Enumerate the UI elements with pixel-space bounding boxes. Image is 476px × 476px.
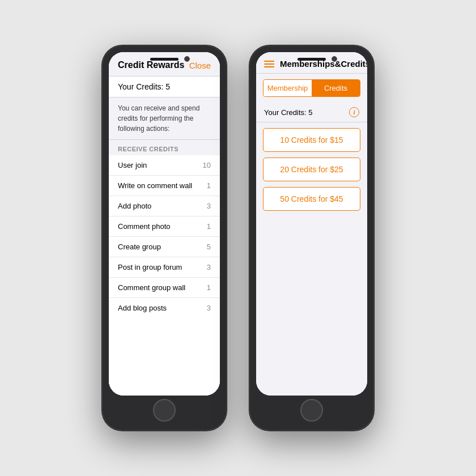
scene: Credit Rewards Close Your Credits: 5 You… <box>102 45 374 431</box>
hamburger-line-3 <box>264 66 274 67</box>
list-item: Add photo 3 <box>109 196 220 216</box>
purchase-list: 10 Credits for $1520 Credits for $2550 C… <box>256 122 367 216</box>
credits-list: User join 10 Write on comment wall 1 Add… <box>109 155 220 396</box>
hamburger-line-2 <box>264 63 274 65</box>
close-button[interactable]: Close <box>189 61 211 70</box>
list-item-label: Post in group forum <box>118 263 182 271</box>
list-item-label: Comment photo <box>118 222 171 231</box>
hamburger-menu[interactable] <box>264 61 274 67</box>
home-button-2[interactable] <box>300 399 323 422</box>
list-item-value: 3 <box>207 202 211 210</box>
list-item-label: Write on comment wall <box>118 181 192 190</box>
phone-2-screen: Memberships&Credits Membership Credits Y… <box>256 52 367 396</box>
list-item: Comment group wall 1 <box>109 278 220 298</box>
hamburger-line-1 <box>264 61 274 62</box>
list-item-label: Add blog posts <box>118 304 167 312</box>
list-item-value: 5 <box>207 243 211 251</box>
purchase-option-button[interactable]: 20 Credits for $25 <box>263 158 360 181</box>
info-icon[interactable]: i <box>349 107 359 117</box>
list-item-value: 1 <box>207 222 211 231</box>
list-item-label: Add photo <box>118 202 151 210</box>
list-item: Write on comment wall 1 <box>109 176 220 196</box>
list-item-label: User join <box>118 161 147 169</box>
phone-2: Memberships&Credits Membership Credits Y… <box>249 45 374 431</box>
purchase-option-button[interactable]: 50 Credits for $45 <box>263 187 360 211</box>
list-item-value: 10 <box>203 161 211 169</box>
list-item-label: Comment group wall <box>118 283 185 292</box>
credits-info-row: Your Credits: 5 i <box>256 103 367 122</box>
purchase-option-button[interactable]: 10 Credits for $15 <box>263 128 360 152</box>
screen-title: Credit Rewards <box>118 60 184 70</box>
header-2: Memberships&Credits <box>256 52 367 74</box>
credit-rewards-screen: Credit Rewards Close Your Credits: 5 You… <box>109 52 220 396</box>
tab-membership[interactable]: Membership <box>264 80 312 96</box>
home-button[interactable] <box>153 399 176 422</box>
list-item-value: 3 <box>207 263 211 271</box>
list-item-value: 1 <box>207 181 211 190</box>
tab-bar: Membership Credits <box>263 79 360 97</box>
list-item: Add blog posts 3 <box>109 298 220 318</box>
list-item-label: Create group <box>118 243 161 251</box>
phone-1-screen: Credit Rewards Close Your Credits: 5 You… <box>109 52 220 396</box>
list-item-value: 1 <box>207 283 211 292</box>
list-item-value: 3 <box>207 304 211 312</box>
list-item: Create group 5 <box>109 237 220 257</box>
tab-credits[interactable]: Credits <box>312 80 360 96</box>
credits-info-text: Your Credits: 5 <box>264 108 313 117</box>
list-item: User join 10 <box>109 155 220 176</box>
memberships-credits-screen: Memberships&Credits Membership Credits Y… <box>256 52 367 396</box>
phone-1: Credit Rewards Close Your Credits: 5 You… <box>102 45 227 431</box>
credits-display: Your Credits: 5 <box>109 76 220 97</box>
screen-header: Credit Rewards Close <box>109 52 220 76</box>
description-text: You can receive and spend credits for pe… <box>109 97 220 140</box>
header-2-title: Memberships&Credits <box>280 59 367 69</box>
list-item: Comment photo 1 <box>109 216 220 237</box>
list-item: Post in group forum 3 <box>109 257 220 278</box>
section-header: RECEIVE CREDITS <box>109 140 220 155</box>
